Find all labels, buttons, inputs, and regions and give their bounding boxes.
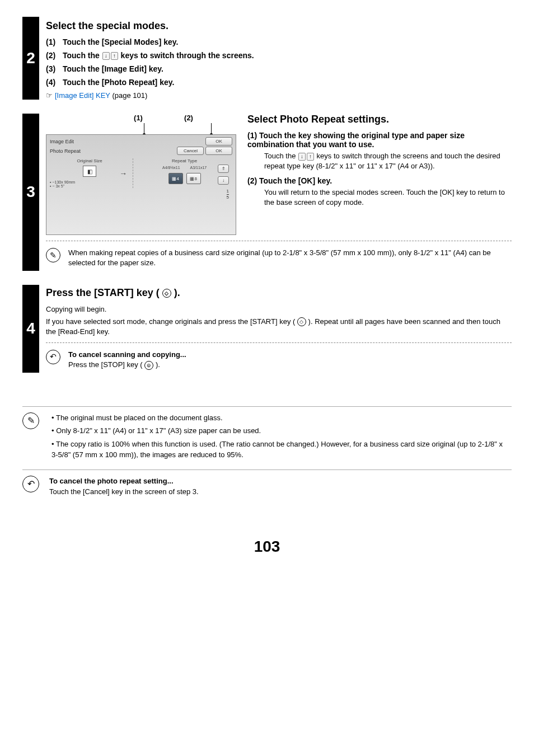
step-4-title: Press the [START] key ( ◇ ). bbox=[46, 287, 512, 299]
step-4-number: 4 bbox=[22, 285, 39, 373]
panel-image-edit-label: Image Edit bbox=[50, 139, 74, 144]
callout-1: (1) bbox=[134, 114, 143, 122]
stop-key-icon: ⊚ bbox=[144, 361, 153, 370]
page-number: 103 bbox=[22, 538, 512, 556]
repeat-type-label: Repeat Type bbox=[137, 158, 232, 163]
step-3: 3 (1) (2) OK bbox=[22, 114, 512, 270]
down-key-icon: ↓ bbox=[298, 153, 306, 161]
note-pencil-icon: ✎ bbox=[22, 412, 39, 429]
scroll-down-button[interactable]: ↓ bbox=[218, 176, 229, 185]
original-size-label: Original Size bbox=[50, 158, 129, 163]
photo-icon: ◧ bbox=[83, 166, 96, 177]
start-key-icon: ◇ bbox=[297, 317, 306, 326]
cancel-button[interactable]: Cancel bbox=[177, 147, 204, 155]
scroll-up-button[interactable]: ⇑ bbox=[218, 165, 229, 173]
size-line-2: ▪ ~ 3x 5" bbox=[50, 184, 129, 188]
step-3-sub-2-head: (2) Touch the [OK] key. bbox=[247, 176, 512, 185]
step-3-sub-2-body: You will return to the special modes scr… bbox=[264, 187, 512, 207]
step-2-item-1: (1)Touch the [Special Modes] key. bbox=[46, 37, 512, 46]
note-pencil-icon: ✎ bbox=[46, 248, 60, 262]
step-2-item-4: (4)Touch the [Photo Repeat] key. bbox=[46, 78, 512, 87]
cancel-setting-head: To cancel the photo repeat setting... bbox=[49, 476, 508, 487]
step-2-item-3: (3)Touch the [Image Edit] key. bbox=[46, 64, 512, 73]
up-key-icon: ↑ bbox=[307, 153, 314, 161]
touchscreen-panel: OK Image Edit ▦ Photo Repeat Cancel OK bbox=[46, 134, 236, 235]
size-line-1: ▪ ~130x 90mm bbox=[50, 180, 129, 184]
down-key-icon: ↓ bbox=[102, 52, 110, 60]
step-4-line-2: If you have selected sort mode, change o… bbox=[46, 317, 512, 337]
bottom-bullet-3: The copy ratio is 100% when this functio… bbox=[49, 439, 508, 461]
step-4: 4 Press the [START] key ( ◇ ). Copying w… bbox=[22, 285, 512, 373]
bottom-bullet-2: Only 8-1/2" x 11" (A4) or 11" x 17" (A3)… bbox=[49, 425, 508, 436]
arrow-right-icon: → bbox=[119, 169, 127, 178]
step-4-line-1: Copying will begin. bbox=[46, 304, 512, 314]
cancel-scan-head: To cancel scanning and copying... bbox=[68, 350, 186, 360]
cancel-setting-body: Touch the [Cancel] key in the screen of … bbox=[49, 486, 508, 497]
bottom-notes: ✎ The original must be placed on the doc… bbox=[22, 406, 512, 504]
step-3-note: ✎ When making repeat copies of a busines… bbox=[46, 246, 512, 270]
step-2-number: 2 bbox=[22, 17, 39, 100]
step-3-sub-1-head: (1) Touch the key showing the original t… bbox=[247, 131, 512, 149]
repeat-label-1: A4/8½x11 bbox=[162, 166, 180, 170]
step-2-title: Select the special modes. bbox=[46, 20, 512, 32]
undo-icon: ↶ bbox=[46, 350, 60, 364]
step-3-number: 3 bbox=[22, 114, 39, 270]
repeat-key-8[interactable]: ▦ 8 bbox=[186, 173, 201, 184]
step-2: 2 Select the special modes. (1)Touch the… bbox=[22, 17, 512, 100]
undo-icon: ↶ bbox=[22, 476, 39, 492]
ok-button[interactable]: OK bbox=[205, 147, 232, 155]
cross-reference: ☞[Image Edit] KEY (page 101) bbox=[46, 91, 512, 100]
start-key-icon: ◇ bbox=[162, 289, 171, 298]
repeat-key-4[interactable]: ▦ 4 bbox=[168, 173, 183, 184]
step-2-item-2: (2)Touch the ↓↑ keys to switch through t… bbox=[46, 51, 512, 60]
reference-icon: ☞ bbox=[46, 91, 53, 100]
callout-2: (2) bbox=[184, 114, 193, 122]
bottom-bullet-1: The original must be placed on the docum… bbox=[49, 412, 508, 424]
step-4-cancel-note: ↶ To cancel scanning and copying... Pres… bbox=[46, 348, 512, 372]
panel-photo-repeat-label: Photo Repeat bbox=[50, 148, 81, 154]
step-3-title: Select Photo Repeat settings. bbox=[247, 114, 512, 125]
step-3-sub-1-body: Touch the ↓↑ keys to switch through the … bbox=[264, 151, 512, 171]
cancel-scan-body: Press the [STOP] key ( ⊚ ). bbox=[68, 360, 186, 370]
image-edit-key-link[interactable]: [Image Edit] KEY bbox=[55, 91, 110, 100]
page-indicator: 1 5 bbox=[227, 189, 229, 200]
ok-top-button[interactable]: OK bbox=[205, 137, 232, 145]
repeat-label-2: A3/11x17 bbox=[190, 166, 207, 170]
up-key-icon: ↑ bbox=[111, 52, 118, 60]
